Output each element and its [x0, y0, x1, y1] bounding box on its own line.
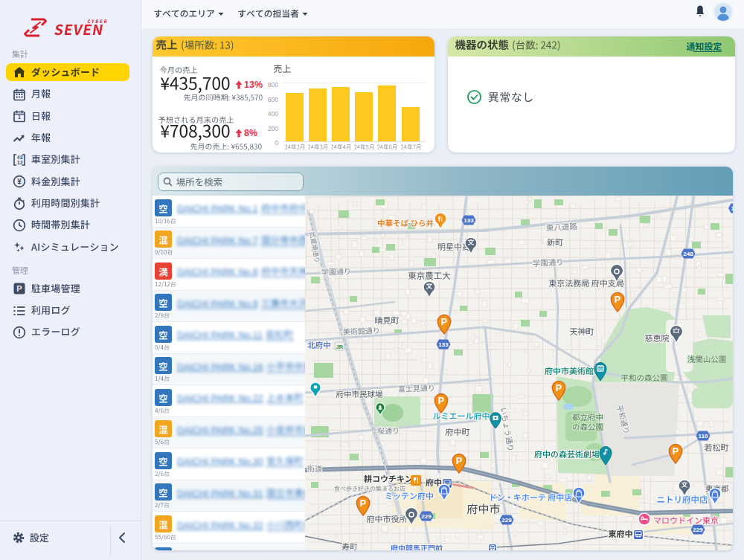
svg-text:3: 3	[20, 155, 23, 160]
svg-text:P: P	[456, 456, 462, 466]
svg-text:JR: JR	[336, 344, 344, 350]
svg-text:P: P	[615, 295, 620, 305]
svg-text:1: 1	[18, 115, 21, 120]
svg-text:¥: ¥	[17, 178, 22, 186]
svg-text:133: 133	[464, 217, 474, 224]
svg-text:P: P	[673, 446, 679, 457]
svg-text:2: 2	[20, 160, 23, 165]
svg-text:229: 229	[501, 517, 512, 524]
svg-text:P: P	[16, 284, 22, 293]
svg-text:P: P	[360, 498, 366, 509]
svg-text:229: 229	[693, 527, 703, 533]
svg-text:P: P	[438, 396, 444, 406]
svg-text:248: 248	[683, 251, 693, 257]
svg-text:14: 14	[731, 205, 733, 212]
svg-text:229: 229	[421, 513, 432, 520]
svg-text:110: 110	[699, 433, 708, 440]
svg-text:133: 133	[438, 341, 449, 348]
svg-text:P: P	[556, 383, 562, 393]
svg-text:P: P	[441, 317, 447, 327]
